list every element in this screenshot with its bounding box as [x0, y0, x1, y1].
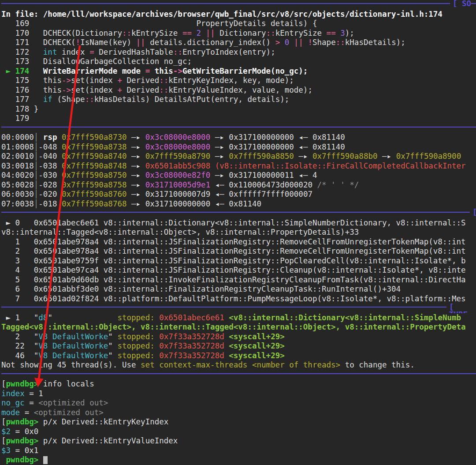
- terminal-line: In file: /home/lll/workspace/archives/br…: [1, 10, 476, 19]
- section-divider-line: [1, 212, 476, 213]
- terminal-line: $2 = 0x0: [1, 427, 476, 437]
- terminal-line: ► 174 WriteBarrierMode mode = this->GetW…: [1, 67, 476, 76]
- terminal-line: 3 0x6501abe9759f v8::internal::JSFinaliz…: [1, 256, 476, 266]
- terminal-line: 46 "V8 DefaultWorke" stopped: 0x7f33a352…: [1, 351, 476, 361]
- terminal-line: 06:0030│-020 0x7fff590a8760 —▸ 0x3171000…: [1, 190, 476, 199]
- terminal-line: ► 0 0x6501abec6e61 v8::internal::Diction…: [1, 218, 476, 228]
- terminal-line: v8::internal::Tagged<v8::internal::Objec…: [1, 228, 476, 237]
- terminal-line: 2 "V8 DefaultWorke" stopped: 0x7f33a3527…: [1, 332, 476, 342]
- terminal-line: 22 "V8 DefaultWorke" stopped: 0x7f33a352…: [1, 341, 476, 351]
- terminal-line: 171 DCHECK(!IsName(key) || details.dicti…: [1, 38, 476, 48]
- terminal-line: $3 = 0x1: [1, 446, 476, 456]
- terminal-line: 6 0x6501abbf3de0 v8::internal::Finalizat…: [1, 285, 476, 294]
- terminal-prompt-input[interactable]: pwndbg>: [1, 455, 476, 465]
- terminal-line: index = 1: [1, 389, 476, 399]
- terminal-line: 1 0x6501abe978a4 v8::internal::JSFinaliz…: [1, 237, 476, 247]
- terminal-line: 178 }: [1, 105, 476, 114]
- terminal-line: 2 0x6501abe978a4 v8::internal::JSFinaliz…: [1, 247, 476, 256]
- terminal-line: 179: [1, 114, 476, 124]
- backtrace-section-divider: [: [1, 209, 476, 218]
- console-section-divider: [1, 370, 476, 380]
- terminal-line: 05:0028│-028 0x7fff590a8758 —▸ 0x3171000…: [1, 180, 476, 190]
- terminal-line: Tagged<v8::internal::Object>, v8::intern…: [1, 322, 476, 332]
- section-divider-line: [1, 3, 476, 4]
- terminal-line: mode = <optimized out>: [1, 408, 476, 418]
- terminal-line: ► 1 "d8" stopped: 0x6501abec6e61 <v8::in…: [1, 313, 476, 323]
- section-divider-line: [1, 127, 476, 128]
- terminal-line: no_gc = <optimized out>: [1, 398, 476, 408]
- terminal-line: 00:0000│ rsp 0x7fff590a8730 —▸ 0x3c08000…: [1, 133, 476, 142]
- terminal-cursor: [43, 456, 48, 464]
- stack-panel: 00:0000│ rsp 0x7fff590a8730 —▸ 0x3c08000…: [1, 133, 476, 209]
- terminal-line: 07:0038│-018 0x7fff590a8768 —▸ 0x3171000…: [1, 199, 476, 209]
- terminal-line: 04:0020│-030 0x7fff590a8750 —▸ 0x3c08000…: [1, 171, 476, 180]
- section-divider-line: [1, 307, 476, 308]
- terminal-line: 170 DCHECK(Dictionary::kEntrySize == 2 |…: [1, 29, 476, 38]
- terminal-line: 169 PropertyDetails details) {: [1, 19, 476, 29]
- terminal-line: 177 if (Shape::kHasDetails) DetailsAtPut…: [1, 95, 476, 105]
- terminal-line: [pwndbg> info locals: [1, 379, 476, 389]
- source-section-divider: [ SO: [1, 0, 476, 10]
- terminal-line: [pwndbg> p/x Derived::kEntryValueIndex: [1, 436, 476, 446]
- source-panel: In file: /home/lll/workspace/archives/br…: [1, 10, 476, 124]
- terminal-line: 03:0018│-038 0x7fff590a8748 —▸ 0x6501abb…: [1, 161, 476, 171]
- terminal-line: 4 0x6501abe97ca4 v8::internal::JSFinaliz…: [1, 266, 476, 275]
- terminal-line: 01:0008│-048 0x7fff590a8738 —▸ 0x3c08000…: [1, 142, 476, 152]
- section-divider-label: [ THRE: [446, 304, 476, 313]
- section-divider-label: [: [470, 209, 476, 216]
- terminal-line: Not showing 45 thread(s). Use set contex…: [1, 360, 476, 370]
- section-divider-label: [ SO: [450, 0, 471, 8]
- console-panel: [pwndbg> info localsindex = 1no_gc = <op…: [1, 379, 476, 465]
- terminal-line: [pwndbg> p/x Derived::kEntryKeyIndex: [1, 417, 476, 427]
- terminal-line: 176 this->set(index + Derived::kEntryVal…: [1, 86, 476, 95]
- terminal-line: 7 0x6501ad02f824 v8::platform::DefaultPl…: [1, 294, 476, 304]
- terminal-line: 5 0x6501ab9d60db v8::internal::InvokeFin…: [1, 275, 476, 285]
- terminal-line: 172 int index = DerivedHashTable::EntryT…: [1, 48, 476, 57]
- terminal-line: 173 DisallowGarbageCollection no_gc;: [1, 57, 476, 67]
- threads-panel: ► 1 "d8" stopped: 0x6501abec6e61 <v8::in…: [1, 313, 476, 370]
- terminal-line: 02:0010│-040 0x7fff590a8740 —▸ 0x7fff590…: [1, 152, 476, 161]
- threads-section-divider: [ THRE: [1, 304, 476, 313]
- terminal: [ SOIn file: /home/lll/workspace/archive…: [0, 0, 476, 465]
- terminal-line: 175 this->set(index + Derived::kEntryKey…: [1, 76, 476, 86]
- stack-section-divider: [1, 124, 476, 133]
- backtrace-panel: ► 0 0x6501abec6e61 v8::internal::Diction…: [1, 218, 476, 304]
- section-divider-line: [1, 373, 476, 374]
